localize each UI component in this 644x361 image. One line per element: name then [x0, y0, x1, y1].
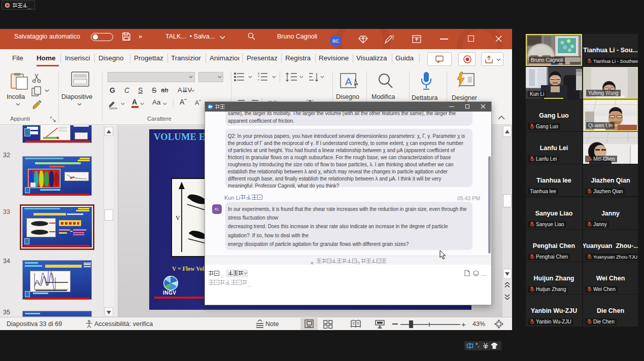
svg-text:A: A — [345, 76, 352, 87]
